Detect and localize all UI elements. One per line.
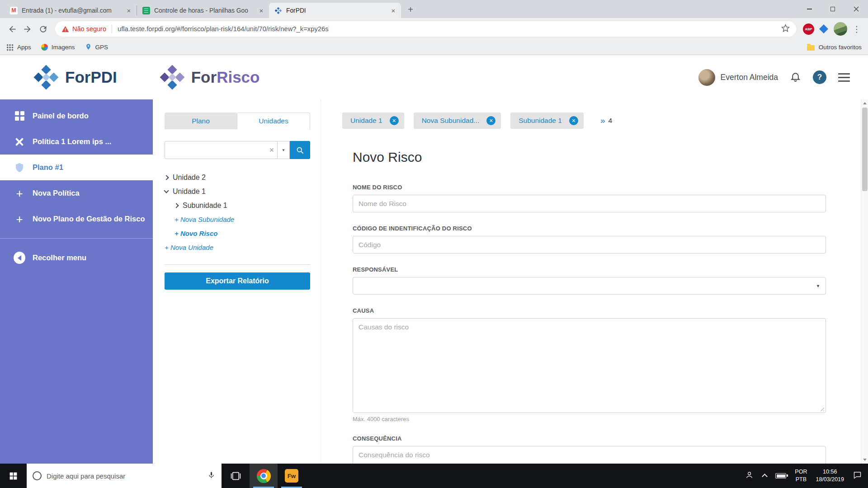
unit-chip-subunidade-1[interactable]: Subunidade 1 × [510,113,584,129]
hidden-tabs-count: 4 [608,117,612,125]
show-hidden-icons-chevron[interactable] [762,474,768,479]
browser-menu-icon[interactable]: ⋮ [850,24,863,34]
tab-close-icon[interactable]: × [389,6,397,14]
field-nome-do-risco: NOME DO RISCO [353,184,826,212]
forrisco-logo[interactable]: ForRisco [159,64,260,91]
unit-chip-nova-subunidade[interactable]: Nova Subunidad... × [414,113,501,129]
unit-chip-unidade-1[interactable]: Unidade 1 × [342,113,404,129]
google-icon [41,44,48,51]
tree-link-label: + Novo Risco [175,230,217,237]
export-report-button[interactable]: Exportar Relatório [165,272,310,290]
close-window-button[interactable] [844,0,868,18]
tree-link-nova-unidade[interactable]: + Nova Unidade [165,240,310,254]
chip-label: Nova Subunidad... [422,117,480,125]
scroll-up-arrow[interactable] [861,99,868,107]
task-view-button[interactable] [222,464,250,488]
risk-name-input[interactable] [353,195,826,212]
browser-tab-gmail[interactable]: M Entrada (1) - evtufla@gmail.com × [5,3,137,18]
tree-link-novo-risco[interactable]: + Novo Risco [175,226,310,240]
taskbar-chrome-button[interactable] [250,464,278,488]
tree-item-unidade-2[interactable]: Unidade 2 [165,170,310,184]
extension-icon[interactable] [819,24,828,33]
tree-item-subunidade-1[interactable]: Subunidade 1 [175,198,310,212]
tree-link-nova-subunidade[interactable]: + Nova Subunidade [175,212,310,226]
close-chip-icon[interactable]: × [486,116,495,125]
user-menu[interactable]: Everton Almeida [698,69,778,86]
forward-button[interactable] [20,21,35,37]
people-icon[interactable] [745,470,754,482]
clock[interactable]: 10:56 18/03/2019 [816,468,844,483]
sidebar-item-novo-plano-gestao-risco[interactable]: + Novo Plano de Gestão de Risco [0,206,153,232]
sidebar-item-painel-de-bordo[interactable]: Painel de bordo [0,103,153,129]
browser-tab-forpdi[interactable]: ForPDI × [269,3,401,18]
chevron-right-icon[interactable] [174,203,179,208]
battery-icon[interactable] [775,473,786,479]
language-indicator[interactable]: POR PTB [795,468,807,483]
search-filter-dropdown[interactable]: ▼ [278,141,290,159]
bookmark-label: GPS [95,44,108,51]
microphone-icon[interactable] [207,471,216,481]
dashboard-icon [14,111,25,121]
taskbar-search-box[interactable]: Digite aqui para pesquisar [27,464,222,488]
hamburger-menu-icon[interactable] [838,73,850,82]
close-chip-icon[interactable]: × [390,116,399,125]
tab-close-icon[interactable]: × [125,6,133,14]
sidebar-item-nova-politica[interactable]: + Nova Política [0,180,153,206]
chip-label: Unidade 1 [350,117,382,125]
security-indicator[interactable]: Não seguro [61,25,106,33]
address-bar[interactable]: Não seguro ufla.teste.forpdi.org/#/forri… [55,21,796,37]
language-line2: PTB [795,476,807,483]
action-center-icon[interactable] [853,470,862,482]
hidden-tabs-indicator[interactable]: » 4 [600,116,612,126]
search-button[interactable] [290,141,310,159]
adblock-extension-icon[interactable]: ABP [803,23,814,35]
back-button[interactable] [5,21,20,37]
map-pin-icon [85,43,92,52]
page-scrollbar[interactable] [861,99,868,464]
clear-search-icon[interactable]: × [269,141,274,159]
scrollbar-thumb[interactable] [862,108,868,191]
help-icon[interactable]: ? [813,70,826,84]
bookmark-imagens[interactable]: Imagens [41,44,75,51]
other-bookmarks[interactable]: Outros favoritos [807,44,862,51]
sheets-icon [142,7,150,14]
sidebar-item-plano-1[interactable]: Plano #1 [0,155,153,180]
minimize-button[interactable] [797,0,821,18]
max-chars-helper: Máx. 4000 caracteres [353,416,826,422]
bookmark-gps[interactable]: GPS [85,43,108,52]
browser-profile-avatar[interactable] [834,22,847,36]
chevron-down-icon[interactable] [164,188,169,193]
notifications-bell-icon[interactable] [790,71,801,84]
forpdi-logo[interactable]: ForPDI [33,64,117,91]
bookmark-star-icon[interactable] [781,24,790,34]
risk-code-input[interactable] [353,236,826,253]
browser-tab-sheets[interactable]: Controle de horas - Planilhas Goo × [137,3,269,18]
collapse-menu-button[interactable]: Recolher menu [0,245,153,271]
tab-plano[interactable]: Plano [165,113,237,129]
tab-close-icon[interactable]: × [257,6,265,14]
sidebar-item-politica[interactable]: Política 1 Lorem ips ... [0,129,153,155]
forpdi-logo-text: ForPDI [65,68,117,86]
apps-shortcut[interactable]: Apps [6,44,31,51]
sidebar-item-label: Plano #1 [33,163,63,172]
chevron-right-icon[interactable] [164,175,169,180]
start-button[interactable] [0,464,27,488]
taskbar-fireworks-button[interactable]: Fw [278,464,306,488]
consequence-textarea[interactable] [353,446,826,464]
tree-item-unidade-1[interactable]: Unidade 1 [165,184,310,198]
taskbar-search-placeholder: Digite aqui para pesquisar [47,472,202,480]
maximize-button[interactable] [821,0,844,18]
tab-unidades[interactable]: Unidades [237,113,310,129]
sidebar-item-label: Painel de bordo [33,112,89,120]
window-controls [797,0,868,18]
responsible-select[interactable]: ▼ [353,277,826,295]
url-text[interactable]: ufla.teste.forpdi.org/#/forrisco/plan-ri… [118,25,781,33]
field-label: RESPONSÁVEL [353,266,826,273]
close-chip-icon[interactable]: × [569,116,578,125]
forpdi-logo-icon [33,64,60,91]
cause-textarea[interactable] [353,318,826,413]
unit-search-input[interactable] [165,141,278,159]
reload-button[interactable] [35,21,51,37]
scroll-down-arrow[interactable] [861,456,868,464]
new-tab-button[interactable]: + [404,3,417,16]
